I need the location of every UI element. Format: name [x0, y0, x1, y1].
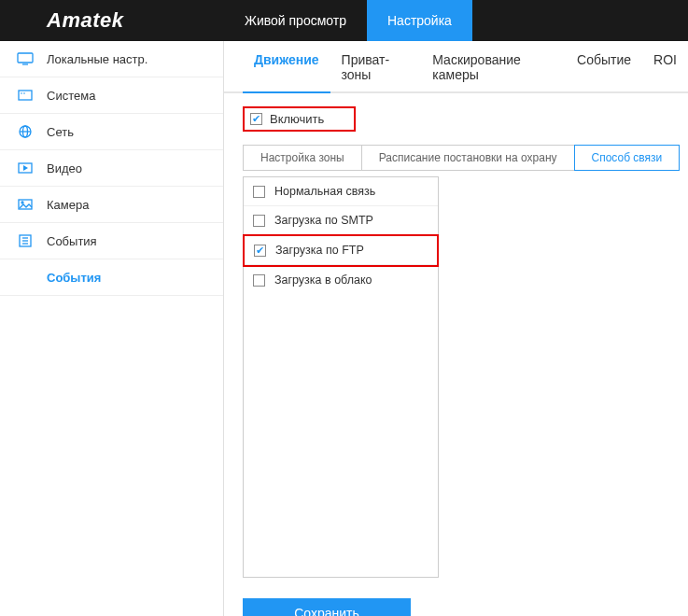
subtab-roi[interactable]: ROI [642, 41, 688, 91]
sidebar-item-video[interactable]: Видео [0, 150, 223, 187]
crumb-link[interactable]: Способ связи [574, 145, 681, 171]
sidebar-item-label: Сеть [47, 125, 74, 139]
system-icon [17, 89, 34, 102]
option-label: Загрузка по SMTP [274, 214, 373, 227]
save-button[interactable]: Сохранить [243, 598, 411, 616]
option-ftp[interactable]: Загрузка по FTP [245, 236, 437, 265]
option-label: Нормальная связь [274, 185, 375, 198]
option-cloud-checkbox[interactable] [253, 274, 265, 287]
sidebar-subitem-events[interactable]: События [0, 259, 223, 296]
subtab-masking[interactable]: Маскирование камеры [421, 41, 566, 91]
svg-rect-2 [19, 91, 32, 100]
monitor-icon [17, 52, 34, 65]
crumb-zone[interactable]: Настройка зоны [243, 145, 362, 171]
enable-label: Включить [270, 112, 324, 126]
subtab-event[interactable]: Событие [566, 41, 642, 91]
option-ftp-checkbox[interactable] [254, 245, 266, 257]
sidebar-item-label: Видео [47, 161, 82, 175]
header: Amatek Живой просмотр Настройка [0, 0, 688, 41]
tab-settings[interactable]: Настройка [367, 0, 472, 41]
subtab-motion[interactable]: Движение [243, 41, 330, 93]
option-smtp[interactable]: Загрузка по SMTP [244, 206, 438, 235]
sidebar-item-label: События [47, 271, 101, 285]
option-label: Загрузка в облако [274, 273, 372, 287]
sidebar-item-label: Локальные настр. [47, 52, 147, 66]
enable-highlight: Включить [243, 106, 356, 132]
brand-logo: Amatek [0, 8, 224, 33]
crumb-schedule[interactable]: Расписание постановки на охрану [361, 145, 575, 171]
tab-live[interactable]: Живой просмотр [224, 0, 367, 41]
option-smtp-checkbox[interactable] [253, 215, 265, 227]
globe-icon [17, 125, 34, 138]
option-normal[interactable]: Нормальная связь [244, 177, 438, 206]
sidebar-item-label: Система [47, 89, 95, 103]
option-normal-checkbox[interactable] [253, 186, 265, 198]
subtabs: Движение Приват-зоны Маскирование камеры… [224, 41, 688, 93]
main-content: Движение Приват-зоны Маскирование камеры… [224, 41, 688, 616]
sidebar-item-label: Камера [47, 198, 89, 212]
svg-point-11 [21, 202, 23, 203]
image-icon [17, 198, 34, 211]
sidebar-item-local[interactable]: Локальные настр. [0, 41, 223, 77]
ftp-highlight: Загрузка по FTP [243, 234, 439, 267]
option-label: Загрузка по FTP [275, 244, 364, 257]
svg-point-4 [23, 92, 25, 94]
svg-marker-9 [23, 165, 28, 171]
subtab-privacy[interactable]: Приват-зоны [330, 41, 422, 91]
sidebar-item-label: События [47, 234, 97, 248]
sidebar-item-system[interactable]: Система [0, 77, 223, 114]
option-cloud[interactable]: Загрузка в облако [244, 266, 438, 294]
svg-point-3 [21, 92, 22, 94]
play-icon [17, 161, 34, 175]
options-panel: Нормальная связь Загрузка по SMTP Загруз… [243, 176, 439, 578]
breadcrumb: Настройка зоны Расписание постановки на … [243, 145, 688, 171]
list-icon [17, 234, 34, 247]
enable-checkbox[interactable] [250, 113, 262, 125]
svg-rect-0 [18, 53, 33, 63]
sidebar-item-events[interactable]: События [0, 223, 223, 259]
sidebar: Локальные настр. Система Сеть Видео Каме… [0, 41, 224, 616]
sidebar-item-camera[interactable]: Камера [0, 187, 223, 223]
sidebar-item-network[interactable]: Сеть [0, 114, 223, 150]
